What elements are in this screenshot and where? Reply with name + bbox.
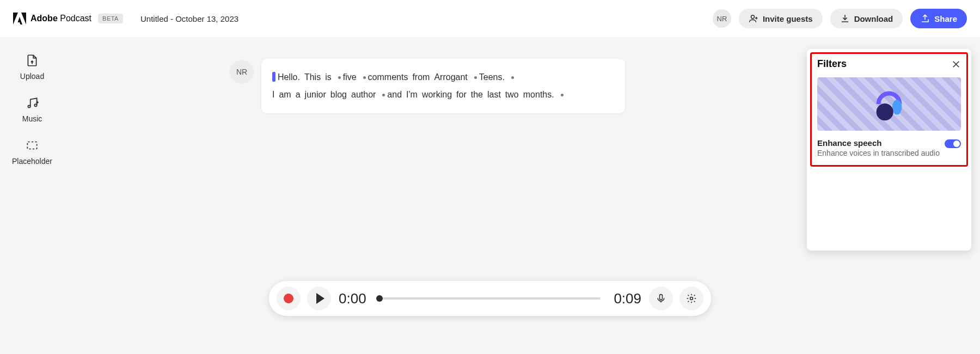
topbar-left: Adobe Podcast BETA Untitled - October 13… bbox=[13, 13, 238, 25]
rail-music[interactable]: Music bbox=[22, 96, 42, 123]
text-cursor bbox=[272, 72, 275, 82]
filters-highlight-box: Filters Enhance speech Enhance voices in… bbox=[810, 52, 968, 167]
transcript-word[interactable]: five bbox=[343, 69, 357, 86]
filters-title: Filters bbox=[817, 58, 847, 70]
current-time: 0:00 bbox=[339, 290, 366, 307]
upload-file-icon bbox=[25, 53, 39, 68]
invite-icon bbox=[749, 14, 758, 23]
record-button[interactable] bbox=[277, 286, 301, 310]
transcript-word[interactable]: is bbox=[325, 69, 332, 86]
mic-headphones-icon bbox=[868, 83, 910, 125]
transcript-word[interactable]: I'm bbox=[406, 86, 418, 103]
placeholder-icon bbox=[25, 138, 39, 152]
transcript-card[interactable]: Hello.ThisisfivecommentsfromArrogantTeen… bbox=[261, 59, 625, 113]
rail-placeholder-label: Placeholder bbox=[12, 157, 52, 166]
beta-badge: BETA bbox=[98, 14, 123, 23]
enhance-speech-toggle[interactable] bbox=[945, 139, 961, 148]
transcript-word[interactable]: months. bbox=[523, 86, 554, 103]
share-button[interactable]: Share bbox=[910, 9, 967, 28]
transcript-line-2[interactable]: IamajuniorblogauthorandI'mworkingforthel… bbox=[272, 86, 614, 103]
download-label: Download bbox=[854, 14, 893, 23]
transcript-word[interactable]: junior bbox=[305, 86, 326, 103]
transcript-word[interactable]: and bbox=[387, 86, 402, 103]
transcript-word[interactable]: This bbox=[304, 69, 321, 86]
rail-music-label: Music bbox=[22, 114, 42, 123]
transcript-word[interactable]: blog bbox=[330, 86, 347, 103]
invite-label: Invite guests bbox=[763, 14, 813, 23]
brand-text: Adobe Podcast bbox=[30, 14, 91, 23]
mic-icon bbox=[656, 293, 666, 304]
svg-point-7 bbox=[690, 297, 693, 300]
top-bar: Adobe Podcast BETA Untitled - October 13… bbox=[0, 0, 980, 37]
transcript-word[interactable]: last bbox=[487, 86, 501, 103]
transcript-word[interactable]: I bbox=[272, 86, 274, 103]
total-time: 0:09 bbox=[614, 290, 641, 307]
user-avatar[interactable]: NR bbox=[713, 9, 731, 28]
transcript-word[interactable]: for bbox=[456, 86, 467, 103]
transcript-word[interactable]: two bbox=[505, 86, 519, 103]
document-title[interactable]: Untitled - October 13, 2023 bbox=[140, 14, 238, 23]
seek-handle[interactable] bbox=[376, 295, 383, 302]
transcript-word[interactable]: a bbox=[296, 86, 301, 103]
rail-upload-label: Upload bbox=[20, 72, 44, 81]
transcript-word[interactable]: the bbox=[471, 86, 483, 103]
share-label: Share bbox=[934, 14, 957, 23]
mic-button[interactable] bbox=[649, 286, 673, 310]
music-icon bbox=[25, 96, 39, 110]
transcript-word[interactable]: am bbox=[279, 86, 291, 103]
download-button[interactable]: Download bbox=[830, 9, 903, 28]
filters-panel: Filters Enhance speech Enhance voices in… bbox=[807, 49, 971, 251]
svg-rect-3 bbox=[27, 142, 36, 149]
enhance-speech-image bbox=[817, 77, 961, 131]
svg-point-0 bbox=[751, 15, 754, 19]
transcript-line-1[interactable]: Hello.ThisisfivecommentsfromArrogantTeen… bbox=[272, 69, 614, 86]
download-icon bbox=[840, 14, 850, 23]
close-icon[interactable] bbox=[951, 59, 961, 69]
adobe-icon bbox=[13, 13, 26, 25]
play-icon bbox=[316, 293, 324, 304]
topbar-right: NR Invite guests Download Share bbox=[713, 9, 967, 28]
transcript-word[interactable]: Teens. bbox=[479, 69, 505, 86]
transcript-word[interactable]: comments bbox=[368, 69, 408, 86]
enhance-speech-title: Enhance speech bbox=[817, 138, 940, 148]
seek-track[interactable] bbox=[379, 297, 601, 300]
enhance-speech-desc: Enhance voices in transcribed audio bbox=[817, 149, 940, 157]
svg-point-4 bbox=[892, 100, 902, 114]
transcript-word[interactable]: Hello. bbox=[278, 69, 300, 86]
speaker-avatar[interactable]: NR bbox=[230, 60, 254, 84]
rail-placeholder[interactable]: Placeholder bbox=[12, 138, 52, 166]
transcript-word[interactable]: working bbox=[422, 86, 452, 103]
adobe-logo[interactable]: Adobe Podcast bbox=[13, 13, 91, 25]
svg-rect-6 bbox=[660, 295, 663, 300]
settings-button[interactable] bbox=[679, 286, 703, 310]
transcript-word[interactable]: from bbox=[412, 69, 430, 86]
left-rail: Upload Music Placeholder bbox=[0, 37, 64, 166]
play-button[interactable] bbox=[307, 286, 331, 310]
svg-point-1 bbox=[28, 105, 30, 107]
player-bar: 0:00 0:09 bbox=[269, 281, 711, 316]
gear-icon bbox=[686, 293, 697, 304]
invite-guests-button[interactable]: Invite guests bbox=[739, 9, 823, 28]
transcript-word[interactable]: Arrogant bbox=[434, 69, 467, 86]
transcript-word[interactable]: author bbox=[351, 86, 376, 103]
record-icon bbox=[284, 294, 293, 303]
svg-point-2 bbox=[34, 104, 36, 106]
svg-point-5 bbox=[877, 103, 893, 120]
share-icon bbox=[920, 14, 930, 23]
rail-upload[interactable]: Upload bbox=[20, 53, 44, 81]
